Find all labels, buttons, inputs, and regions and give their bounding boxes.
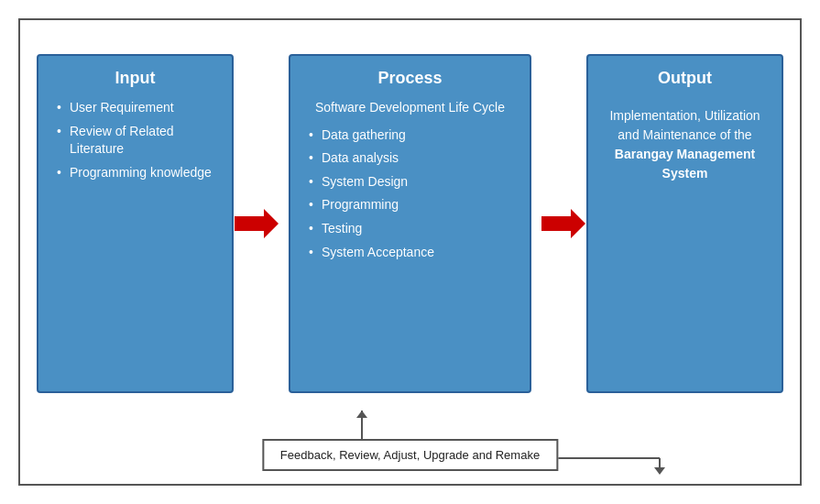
list-item: Programming [307,196,513,214]
list-item: System Acceptance [307,244,513,262]
process-subtitle: Software Development Life Cycle [307,99,513,117]
svg-marker-1 [541,209,585,238]
arrow-right-1 [234,207,279,240]
list-item: Review of Related Literature [55,123,215,159]
list-item: User Requirement [55,99,215,117]
output-title: Output [605,69,765,88]
arrow-right-icon-2 [541,207,585,240]
top-section: Input User Requirement Review of Related… [37,37,783,411]
list-item: Programming knowledge [55,164,215,182]
output-text: Implementation, Utilization and Maintena… [605,106,765,183]
list-item: Data gathering [307,126,513,145]
input-box: Input User Requirement Review of Related… [37,54,234,393]
svg-marker-3 [356,411,367,418]
feedback-label: Feedback, Review, Adjust, Upgrade and Re… [280,448,540,462]
process-title: Process [307,69,513,88]
svg-marker-0 [235,209,279,238]
input-list: User Requirement Review of Related Liter… [55,99,215,181]
list-item: Testing [307,220,513,238]
process-list: Data gathering Data analysis System Desi… [307,126,513,262]
list-item: System Design [307,173,513,192]
process-box: Process Software Development Life Cycle … [289,54,531,393]
arrow-right-icon-1 [235,207,279,240]
list-item: Data analysis [307,149,513,168]
bottom-section: Feedback, Review, Adjust, Upgrade and Re… [37,411,783,484]
input-title: Input [55,69,215,88]
output-text-bold: Barangay Management System [615,147,755,181]
feedback-box: Feedback, Review, Adjust, Upgrade and Re… [262,439,558,471]
diagram-container: Input User Requirement Review of Related… [18,18,802,486]
output-text-before: Implementation, Utilization and Maintena… [609,108,760,142]
arrow-right-2 [541,207,586,240]
svg-marker-6 [654,467,665,475]
output-box: Output Implementation, Utilization and M… [586,54,783,393]
